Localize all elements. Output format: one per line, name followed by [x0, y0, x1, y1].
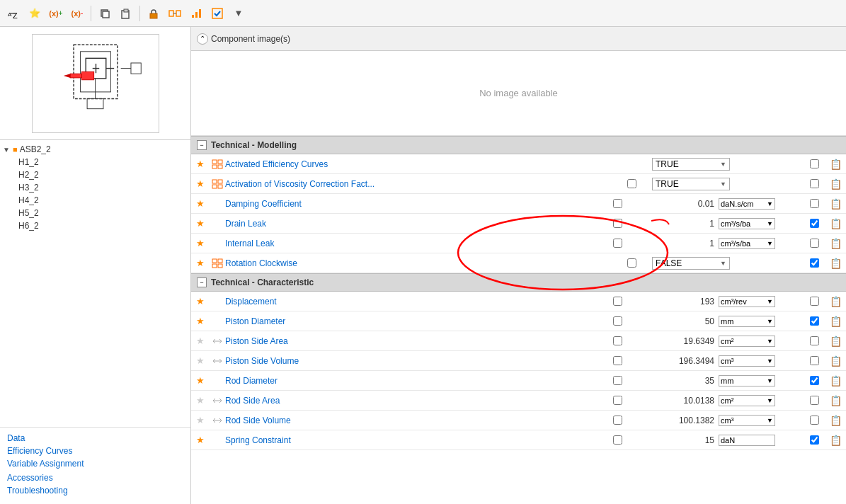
check-piston-side-volume[interactable] — [608, 356, 627, 365]
unit-select-piston-diameter[interactable]: mm▼ — [719, 316, 775, 327]
nav-data[interactable]: Data — [7, 433, 183, 443]
check2-damping[interactable] — [804, 199, 825, 208]
dropdown-activated-efficiency[interactable]: TRUE ▼ — [652, 158, 730, 171]
star-piston-side-volume[interactable]: ★ — [191, 355, 210, 366]
action-icon-activated-efficiency[interactable]: 📋 — [830, 159, 842, 170]
action-icon-internal-leak[interactable]: 📋 — [830, 238, 842, 249]
check2-rod-side-volume[interactable] — [804, 416, 825, 425]
action-rod-side-volume[interactable]: 📋 — [825, 415, 846, 426]
action-icon-rod-side-volume[interactable]: 📋 — [830, 415, 842, 426]
unit-select-spring-constraint[interactable]: daN — [719, 435, 775, 446]
remove-x-button[interactable]: (x)- — [68, 4, 86, 23]
chart-button[interactable] — [187, 4, 205, 23]
check2-rod-side-area[interactable] — [804, 396, 825, 405]
action-icon-damping[interactable]: 📋 — [830, 198, 842, 210]
tree-item-h5[interactable]: H5_2 — [16, 207, 190, 219]
checkbox2-rod-diameter[interactable] — [810, 376, 819, 385]
checkbox-activation-viscosity[interactable] — [627, 179, 636, 188]
star-rod-diameter[interactable]: ★ — [191, 375, 210, 386]
checkbox-drain-leak[interactable] — [613, 219, 622, 228]
checkbox-piston-side-volume[interactable] — [613, 356, 622, 365]
name-rod-side-area[interactable]: Rod Side Area — [225, 396, 608, 406]
star-drain-leak[interactable]: ★ — [191, 218, 210, 229]
unit-piston-side-area[interactable]: cm²▼ — [719, 336, 804, 347]
checkbox-rod-side-volume[interactable] — [613, 416, 622, 425]
name-rod-diameter[interactable]: Rod Diameter — [225, 376, 608, 386]
unit-select-internal-leak[interactable]: cm³/s/ba▼ — [719, 238, 775, 249]
check2-piston-side-area[interactable] — [804, 336, 825, 345]
group-button[interactable] — [166, 4, 184, 23]
check2-piston-side-volume[interactable] — [804, 356, 825, 365]
unit-select-piston-side-volume[interactable]: cm³▼ — [719, 355, 775, 367]
section-toggle-modelling[interactable]: − — [197, 140, 207, 150]
tree-item-h3[interactable]: H3_2 — [16, 181, 190, 194]
unit-drain-leak[interactable]: cm³/s/ba▼ — [719, 218, 804, 229]
checkbox2-activated-efficiency[interactable] — [810, 159, 819, 168]
check2-activation-viscosity[interactable] — [804, 179, 825, 188]
name-damping[interactable]: Damping Coefficient — [225, 199, 608, 209]
unit-damping[interactable]: daN.s/cm▼ — [719, 198, 804, 210]
unit-piston-side-volume[interactable]: cm³▼ — [719, 355, 804, 367]
section-toggle-characteristic[interactable]: − — [197, 277, 207, 287]
unit-internal-leak[interactable]: cm³/s/ba▼ — [719, 238, 804, 249]
star-piston-diameter[interactable]: ★ — [191, 316, 210, 326]
checkbox-spring-constraint[interactable] — [613, 435, 622, 445]
check-drain-leak[interactable] — [608, 219, 627, 228]
tree-toggle-asb2[interactable]: ▼ — [3, 146, 13, 154]
action-icon-piston-diameter[interactable]: 📋 — [830, 316, 842, 327]
tree-item-h1[interactable]: H1_2 — [16, 156, 190, 168]
sort-az-button[interactable]: AZ — [4, 4, 23, 23]
name-rod-side-volume[interactable]: Rod Side Volume — [225, 416, 608, 425]
unit-select-rod-side-area[interactable]: cm²▼ — [719, 395, 775, 406]
check-internal-leak[interactable] — [608, 239, 627, 248]
nav-efficiency[interactable]: Efficiency Curves — [7, 446, 183, 456]
star-internal-leak[interactable]: ★ — [191, 238, 210, 248]
action-icon-activation-viscosity[interactable]: 📋 — [830, 178, 842, 190]
collapse-image-btn[interactable]: ⌃ — [197, 33, 208, 45]
unit-rod-side-area[interactable]: cm²▼ — [719, 395, 804, 406]
tree-item-h2[interactable]: H2_2 — [16, 168, 190, 181]
check-activation-viscosity[interactable] — [622, 179, 641, 188]
star-activation-viscosity[interactable]: ★ — [191, 178, 210, 189]
name-drain-leak[interactable]: Drain Leak — [225, 219, 608, 229]
checkbox-rotation-clockwise[interactable] — [627, 258, 636, 268]
check-piston-diameter[interactable] — [608, 316, 627, 326]
check2-drain-leak[interactable] — [804, 219, 825, 228]
star-button[interactable]: ⭐ — [25, 4, 44, 23]
unit-select-piston-side-area[interactable]: cm²▼ — [719, 336, 775, 347]
unit-rod-side-volume[interactable]: cm³▼ — [719, 415, 804, 426]
name-displacement[interactable]: Displacement — [225, 297, 608, 307]
action-piston-side-volume[interactable]: 📋 — [825, 355, 846, 367]
paste-button[interactable] — [117, 4, 135, 23]
checkbox2-displacement[interactable] — [810, 297, 819, 306]
check2-activated-efficiency[interactable] — [804, 159, 825, 168]
action-icon-piston-side-volume[interactable]: 📋 — [830, 355, 842, 367]
action-icon-piston-side-area[interactable]: 📋 — [830, 336, 842, 347]
action-drain-leak[interactable]: 📋 — [825, 218, 846, 229]
action-icon-displacement[interactable]: 📋 — [830, 296, 842, 307]
checkbox2-drain-leak[interactable] — [810, 219, 819, 228]
tree-item-h6[interactable]: H6_2 — [16, 219, 190, 232]
action-icon-rod-diameter[interactable]: 📋 — [830, 375, 842, 386]
check2-spring-constraint[interactable] — [804, 435, 825, 445]
star-rotation-clockwise[interactable]: ★ — [191, 258, 210, 268]
nav-accessories[interactable]: Accessories — [7, 473, 183, 483]
checkbox2-rotation-clockwise[interactable] — [810, 258, 819, 268]
name-rotation-clockwise[interactable]: Rotation Clockwise — [225, 258, 622, 268]
action-icon-spring-constraint[interactable]: 📋 — [830, 435, 842, 446]
check-spring-constraint[interactable] — [608, 435, 627, 445]
tree-item-h4[interactable]: H4_2 — [16, 194, 190, 207]
checkbox-damping[interactable] — [613, 199, 622, 208]
dropdown-rotation-clockwise[interactable]: FALSE ▼ — [652, 257, 730, 270]
unit-select-rod-diameter[interactable]: mm▼ — [719, 375, 775, 386]
nav-troubleshooting[interactable]: Troubleshooting — [7, 486, 183, 496]
checkbox-rod-side-area[interactable] — [613, 396, 622, 405]
checkbox2-piston-diameter[interactable] — [810, 316, 819, 326]
copy-button[interactable] — [96, 4, 114, 23]
check2-internal-leak[interactable] — [804, 239, 825, 248]
check2-displacement[interactable] — [804, 297, 825, 306]
action-rod-diameter[interactable]: 📋 — [825, 375, 846, 386]
checkbox2-activation-viscosity[interactable] — [810, 179, 819, 188]
checkbox-internal-leak[interactable] — [613, 239, 622, 248]
unit-select-displacement[interactable]: cm³/rev▼ — [719, 296, 775, 307]
